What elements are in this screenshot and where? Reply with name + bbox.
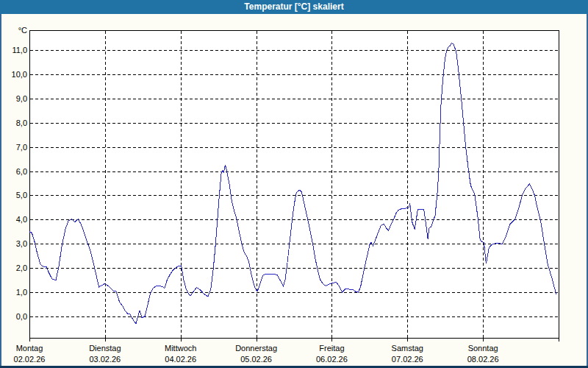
y-tick-label: 1,0: [0, 288, 27, 297]
day-name: Freitag: [296, 344, 367, 353]
window-border-left: [0, 14, 1, 368]
x-axis-day-label: Montag02.02.26: [0, 344, 65, 364]
x-axis-day-label: Sonntag08.02.26: [448, 344, 518, 364]
day-name: Donnerstag: [221, 344, 292, 353]
y-tick-label: 3,0: [0, 239, 27, 248]
day-date: 07.02.26: [372, 355, 442, 364]
plot-border: [30, 31, 559, 339]
x-axis-day-label: Freitag06.02.26: [296, 344, 367, 364]
day-name: Dienstag: [70, 344, 140, 353]
day-date: 02.02.26: [0, 355, 65, 364]
y-tick-label: 5,0: [0, 191, 27, 199]
y-axis-unit-label: °C: [0, 26, 27, 35]
x-axis-day-label: Samstag07.02.26: [372, 344, 442, 364]
y-tick-label: 2,0: [0, 263, 27, 272]
day-date: 03.02.26: [70, 355, 140, 364]
y-tick-label: 11,0: [0, 46, 27, 54]
day-date: 08.02.26: [448, 355, 518, 364]
y-tick-label: 9,0: [0, 94, 27, 103]
y-tick-label: 4,0: [0, 215, 27, 224]
day-date: 04.02.26: [146, 355, 216, 364]
day-date: 05.02.26: [221, 355, 292, 364]
x-axis-day-label: Dienstag03.02.26: [70, 344, 140, 364]
x-axis-day-label: Donnerstag05.02.26: [221, 344, 292, 364]
y-tick-label: 6,0: [0, 167, 27, 176]
app-window: Temperatur [°C] skaliert °C 0,01,02,03,0…: [0, 0, 588, 368]
day-name: Montag: [0, 344, 65, 353]
y-tick-label: 10,0: [0, 70, 27, 79]
y-tick-label: 7,0: [0, 143, 27, 152]
y-tick-label: 0,0: [0, 312, 27, 321]
day-name: Mittwoch: [146, 344, 216, 353]
temperature-line-chart: [0, 0, 588, 368]
day-name: Samstag: [372, 344, 442, 353]
y-tick-label: 8,0: [0, 118, 27, 127]
x-axis-day-label: Mittwoch04.02.26: [146, 344, 216, 364]
day-name: Sonntag: [448, 344, 518, 353]
day-date: 06.02.26: [296, 355, 367, 364]
